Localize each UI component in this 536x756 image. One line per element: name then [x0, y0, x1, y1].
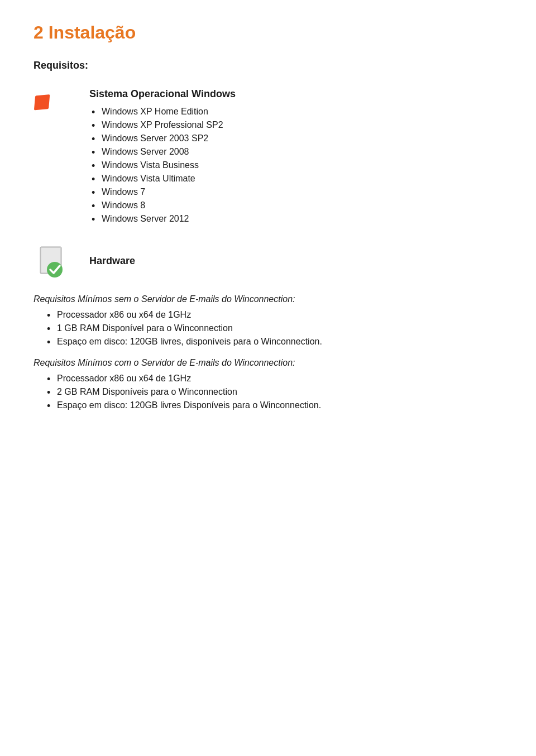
list-item: Windows XP Professional SP2 — [89, 120, 502, 130]
list-item: Windows XP Home Edition — [89, 107, 502, 117]
req-with-server-subtitle: Requisitos Mínímos com o Servidor de E-m… — [34, 358, 502, 368]
list-item: Processador x86 ou x64 de 1GHz — [45, 310, 502, 320]
hw-content: Hardware — [89, 244, 135, 267]
os-list: Windows XP Home Edition Windows XP Profe… — [89, 107, 502, 224]
flag-red — [34, 94, 50, 111]
req-with-server-list: Processador x86 ou x64 de 1GHz 2 GB RAM … — [34, 374, 502, 410]
requisitos-heading: Requisitos: — [34, 60, 502, 71]
os-title: Sistema Operacional Windows — [89, 88, 502, 100]
list-item: Espaço em disco: 120GB livres, disponíve… — [45, 337, 502, 347]
list-item: Windows 8 — [89, 200, 502, 210]
os-content: Sistema Operacional Windows Windows XP H… — [89, 88, 502, 227]
page-title: 2 Instalação — [34, 22, 502, 43]
list-item: Processador x86 ou x64 de 1GHz — [45, 374, 502, 384]
windows-logo-icon — [34, 91, 73, 130]
req-no-server-list: Processador x86 ou x64 de 1GHz 1 GB RAM … — [34, 310, 502, 347]
list-item: Windows Server 2003 SP2 — [89, 133, 502, 143]
req-no-server-subtitle: Requisitos Mínímos sem o Servidor de E-m… — [34, 294, 502, 304]
list-item: 2 GB RAM Disponíveis para o Winconnectio… — [45, 387, 502, 397]
list-item: 1 GB RAM Disponível para o Winconnection — [45, 323, 502, 333]
list-item: Windows 7 — [89, 187, 502, 197]
list-item: Windows Vista Ultimate — [89, 174, 502, 184]
hardware-icon — [34, 244, 73, 283]
hardware-title: Hardware — [89, 255, 135, 267]
hardware-section: Hardware — [34, 244, 502, 283]
svg-point-2 — [47, 262, 63, 277]
os-section: Sistema Operacional Windows Windows XP H… — [34, 88, 502, 227]
list-item: Windows Server 2012 — [89, 214, 502, 224]
list-item: Espaço em disco: 120GB livres Disponívei… — [45, 400, 502, 410]
list-item: Windows Vista Business — [89, 160, 502, 170]
list-item: Windows Server 2008 — [89, 147, 502, 157]
